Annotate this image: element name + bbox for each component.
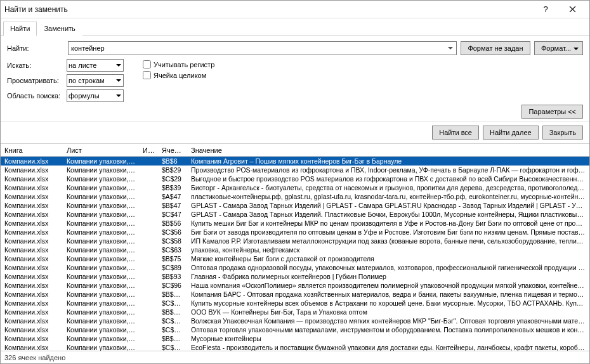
cell-name (139, 240, 158, 242)
cell-name (139, 204, 158, 207)
cell-sheet: Компании упаковки, тары (63, 342, 139, 351)
status-text: 326 ячеек найдено (4, 354, 65, 361)
close-window-button[interactable] (559, 2, 586, 17)
result-row[interactable]: Компании.xlsxКомпании упаковки, тары$C$2… (1, 343, 589, 351)
cell-name (139, 320, 158, 322)
results-pane: Книга Лист Имя Ячейка Значение Компании.… (1, 143, 589, 351)
result-row[interactable]: Компании.xlsxКомпании упаковки, тары$C$5… (1, 228, 589, 237)
format-status[interactable]: Формат не задан (461, 41, 530, 55)
form-area: Найти: Формат не задан Формат... Искать:… (1, 36, 589, 105)
help-button[interactable]: ? (532, 2, 559, 17)
cell-name (139, 328, 158, 331)
cell-name (139, 213, 158, 216)
col-book-header[interactable]: Книга (1, 145, 63, 155)
find-label: Найти: (7, 44, 64, 52)
result-row[interactable]: Компании.xlsxКомпании упаковки, тары$C$9… (1, 281, 589, 290)
lookin-select[interactable] (67, 89, 124, 102)
cell-value: EcoFiesta - производитель и поставщик бу… (187, 342, 589, 351)
cell-name (139, 302, 158, 304)
result-row[interactable]: Компании.xlsxКомпании упаковки, тары$C$1… (1, 325, 589, 334)
cell-address: $C$232 (158, 342, 187, 351)
result-row[interactable]: Компании.xlsxКомпании упаковки, тары$B$4… (1, 201, 589, 210)
col-sheet-header[interactable]: Лист (63, 145, 139, 155)
action-row: Найти все Найти далее Закрыть (1, 121, 589, 143)
results-header: Книга Лист Имя Ячейка Значение (1, 144, 589, 157)
cell-name (139, 231, 158, 233)
result-row[interactable]: Компании.xlsxКомпании упаковки, тары$B$5… (1, 219, 589, 228)
result-row[interactable]: Компании.xlsxКомпании упаковки, тары$A$4… (1, 192, 589, 201)
result-row[interactable]: Компании.xlsxКомпании упаковки, тары$B$3… (1, 183, 589, 192)
cell-name (139, 275, 158, 278)
lookin-label: Область поиска: (7, 92, 64, 100)
result-row[interactable]: Компании.xlsxКомпании упаковки, тары$B$1… (1, 308, 589, 316)
result-row[interactable]: Компании.xlsxКомпании упаковки, тары$C$8… (1, 263, 589, 272)
scope-label: Искать: (7, 62, 64, 69)
cell-name (139, 311, 158, 313)
find-all-button[interactable]: Найти все (432, 126, 479, 140)
cell-name (139, 284, 158, 287)
cell-name (139, 337, 158, 340)
window-title: Найти и заменить (4, 5, 532, 14)
result-row[interactable]: Компании.xlsxКомпании упаковки, тары$C$6… (1, 245, 589, 254)
find-next-button[interactable]: Найти далее (483, 126, 539, 140)
tab-replace[interactable]: Заменить (37, 22, 82, 36)
cell-name (139, 249, 158, 251)
cell-name (139, 178, 158, 180)
titlebar: Найти и заменить ? (1, 1, 589, 18)
format-button[interactable]: Формат... (534, 41, 583, 55)
cell-book: Компании.xlsx (1, 342, 63, 351)
find-replace-dialog: Найти и заменить ? Найти Заменить Найти:… (0, 0, 590, 364)
result-row[interactable]: Компании.xlsxКомпании упаковки, тары$C$1… (1, 299, 589, 308)
cell-name (139, 293, 158, 296)
result-row[interactable]: Компании.xlsxКомпании упаковки, тары$B$9… (1, 272, 589, 281)
col-name-header[interactable]: Имя (139, 145, 158, 155)
order-label: Просматривать: (7, 77, 64, 84)
result-row[interactable]: Компании.xlsxКомпании упаковки, тары$C$1… (1, 316, 589, 325)
col-cell-header[interactable]: Ячейка (158, 145, 187, 155)
results-body[interactable]: Компании.xlsxКомпании упаковки, тары$B$6… (1, 157, 589, 351)
result-row[interactable]: Компании.xlsxКомпании упаковки, тары$B$2… (1, 334, 589, 343)
result-row[interactable]: Компании.xlsxКомпании упаковки, тары$B$1… (1, 290, 589, 299)
match-whole-checkbox[interactable]: Ячейка целиком (143, 71, 214, 79)
cell-name (139, 195, 158, 198)
cell-name (139, 169, 158, 171)
result-row[interactable]: Компании.xlsxКомпании упаковки, тары$C$4… (1, 210, 589, 219)
scope-select[interactable] (67, 59, 124, 72)
cell-name (139, 160, 158, 162)
result-row[interactable]: Компании.xlsxКомпании упаковки, тары$C$2… (1, 174, 589, 183)
cell-name (139, 266, 158, 269)
result-row[interactable]: Компании.xlsxКомпании упаковки, тары$B$7… (1, 254, 589, 263)
result-row[interactable]: Компании.xlsxКомпании упаковки, тары$B$2… (1, 166, 589, 174)
cell-name (139, 257, 158, 260)
cell-name (139, 346, 158, 349)
cell-name (139, 186, 158, 189)
cell-name (139, 222, 158, 224)
tab-find[interactable]: Найти (3, 22, 37, 36)
col-value-header[interactable]: Значение (187, 145, 579, 155)
statusbar: 326 ячеек найдено (1, 351, 589, 363)
match-case-checkbox[interactable]: Учитывать регистр (143, 60, 214, 68)
close-button[interactable]: Закрыть (542, 126, 583, 140)
find-input[interactable] (68, 41, 457, 55)
order-select[interactable] (67, 74, 124, 87)
result-row[interactable]: Компании.xlsxКомпании упаковки, тары$B$6… (1, 157, 589, 166)
result-row[interactable]: Компании.xlsxКомпании упаковки, тары$C$5… (1, 237, 589, 245)
parameters-button[interactable]: Параметры << (521, 105, 583, 119)
tabs: Найти Заменить (1, 18, 589, 36)
